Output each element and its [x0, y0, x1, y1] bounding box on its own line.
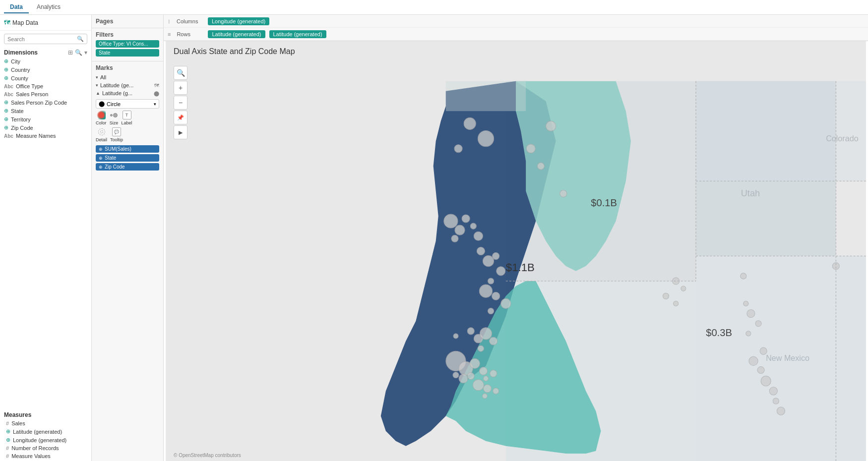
pages-section: Pages: [92, 15, 163, 28]
svg-point-54: [674, 301, 679, 306]
measure-item[interactable]: #Measure Values: [4, 452, 87, 460]
dimension-item[interactable]: ⊕Sales Person Zip Code: [2, 98, 89, 107]
measure-item[interactable]: ⊕Latitude (generated): [4, 427, 87, 436]
dimension-item[interactable]: ⊕County: [2, 74, 89, 82]
svg-point-13: [546, 121, 556, 131]
state-pill[interactable]: ⊕ State: [96, 154, 159, 162]
latitude-pill2[interactable]: Latitude (generated): [269, 30, 326, 38]
hash-icon: #: [6, 420, 9, 426]
dimension-item[interactable]: ⊕Territory: [2, 115, 89, 123]
svg-point-58: [755, 321, 761, 327]
dimension-item[interactable]: ⊕Country: [2, 65, 89, 74]
dimension-list: ⊕City⊕Country⊕CountyAbcOffice TypeAbcSal…: [0, 57, 91, 408]
svg-point-27: [493, 253, 499, 260]
mark-pills: ⊕ SUM(Sales) ⊕ State ⊕ Zip Code: [96, 145, 159, 171]
tooltip-label: Tooltip: [110, 137, 123, 142]
svg-point-19: [444, 214, 458, 228]
dimension-item[interactable]: AbcSales Person: [2, 90, 89, 98]
svg-rect-3: [696, 81, 866, 181]
tooltip-btn[interactable]: 💬 Tooltip: [110, 127, 123, 142]
zoom-in-btn[interactable]: +: [174, 81, 187, 95]
measures-title: Measures: [4, 411, 87, 418]
circle-icon: ⬤: [99, 101, 105, 107]
measure-name: Measure Values: [11, 453, 51, 459]
zoom-out-btn[interactable]: −: [174, 96, 187, 110]
svg-point-45: [459, 374, 468, 383]
grid-icon: ⊞: [68, 49, 73, 56]
chevron-lat1: ▾: [96, 83, 98, 88]
svg-point-21: [462, 215, 470, 223]
svg-point-66: [777, 407, 785, 415]
mark-type-select[interactable]: ⬤ Circle ▾: [96, 99, 159, 109]
middle-panel: Pages Filters Office Type: VI Cons... St…: [92, 15, 164, 461]
marks-all-row: ▾ All: [96, 73, 159, 81]
measure-item[interactable]: #Number of Records: [4, 444, 87, 452]
columns-icon: ⫶: [168, 18, 171, 24]
dimension-item[interactable]: ⊕State: [2, 107, 89, 115]
pin-btn[interactable]: 📌: [174, 111, 187, 124]
dim-name: Territory: [11, 116, 31, 122]
marks-title: Marks: [96, 64, 159, 71]
state-pill-label: State: [105, 155, 116, 161]
zip-code-pill[interactable]: ⊕ Zip Code: [96, 163, 159, 171]
marks-section: Marks ▾ All ▾ Latitude (ge... 🗺 ▲ Latitu…: [92, 61, 163, 461]
search-icon: 🔍: [77, 36, 84, 42]
measure-item[interactable]: ⊕Longitude (generated): [4, 436, 87, 444]
detail-btn[interactable]: Detail: [96, 127, 107, 142]
sales-label-01b: $0.1B: [591, 197, 617, 208]
map-data-row[interactable]: 🗺 Map Data: [4, 18, 87, 27]
dim-name: Zip Code: [11, 125, 33, 131]
svg-point-59: [746, 331, 751, 336]
play-btn[interactable]: ▶: [174, 125, 187, 139]
dim-name: County: [11, 75, 28, 81]
dimension-item[interactable]: AbcOffice Type: [2, 82, 89, 90]
dimension-item[interactable]: AbcMeasure Names: [2, 132, 89, 140]
color-btn[interactable]: Color: [96, 111, 107, 125]
measure-item[interactable]: #Sales: [4, 419, 87, 427]
zip-code-label: Zip Code: [105, 164, 125, 170]
hash-icon: #: [6, 453, 9, 459]
chevron-icon-dim: ▾: [84, 49, 87, 56]
tab-analytics[interactable]: Analytics: [31, 1, 66, 13]
marks-icons-row1: Color Size T Label: [96, 111, 159, 125]
globe-icon: ⊕: [4, 116, 8, 122]
dim-name: Sales Person Zip Code: [11, 100, 67, 106]
measure-name: Latitude (generated): [13, 429, 62, 435]
size-btn[interactable]: Size: [110, 111, 119, 125]
dimension-item[interactable]: ⊕Zip Code: [2, 123, 89, 132]
search-box[interactable]: 🔍: [4, 34, 87, 44]
label-btn[interactable]: T Label: [122, 111, 132, 125]
svg-point-28: [496, 267, 505, 276]
dimension-item[interactable]: ⊕City: [2, 57, 89, 65]
filter-office-type[interactable]: Office Type: VI Cons...: [96, 40, 159, 48]
hash-icon: #: [6, 445, 9, 451]
map-svg: Utah Colorado New Mexico $1.1B $0.1B $0.…: [164, 41, 868, 461]
sum-sales-pill[interactable]: ⊕ SUM(Sales): [96, 145, 159, 153]
tab-data[interactable]: Data: [4, 1, 29, 13]
globe-icon: ⊕: [6, 437, 10, 443]
svg-point-64: [769, 387, 777, 395]
dimensions-title: Dimensions: [4, 49, 38, 56]
latitude-pill1[interactable]: Latitude (generated): [208, 30, 265, 38]
rows-icon: ≡: [168, 31, 171, 37]
svg-point-53: [663, 293, 669, 299]
svg-point-34: [467, 328, 474, 335]
filter-state[interactable]: State: [96, 49, 159, 57]
main-layout: 🗺 Map Data 🔍 Dimensions ⊞ 🔍 ▾ ⊕City⊕Coun…: [0, 15, 868, 461]
dim-name: Measure Names: [16, 133, 56, 139]
left-panel-top: 🗺 Map Data: [0, 15, 91, 31]
svg-point-15: [537, 163, 544, 170]
svg-point-50: [483, 385, 491, 393]
svg-point-14: [526, 144, 535, 153]
svg-point-55: [741, 273, 746, 279]
sales-label-1b: $1.1B: [506, 261, 535, 274]
globe-icon: ⊕: [4, 108, 8, 114]
search-map-btn[interactable]: 🔍: [174, 66, 187, 80]
globe-icon: ⊕: [4, 124, 8, 131]
search-input[interactable]: [7, 36, 77, 42]
chevron-all: ▾: [96, 75, 98, 80]
map-icon: 🗺: [4, 19, 10, 26]
marks-icons-row2: Detail 💬 Tooltip: [96, 127, 159, 142]
svg-point-51: [493, 388, 499, 394]
longitude-pill[interactable]: Longitude (generated): [208, 17, 269, 25]
